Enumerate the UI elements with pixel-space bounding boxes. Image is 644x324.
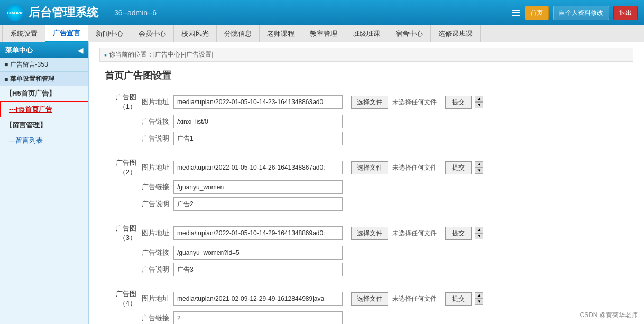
ad1-link-row: 广告链接 (99, 115, 633, 128)
ad2-image-input[interactable] (173, 161, 343, 174)
nav-item-sushezhongxin[interactable]: 宿舍中心 (388, 25, 431, 42)
top-bar-left: COMPANY 后台管理系统 36--admin--6 (6, 4, 157, 21)
sidebar-header: 菜单中心 ◀ (0, 42, 88, 58)
ad1-spinner-down[interactable]: ▼ (475, 102, 483, 108)
ad3-file-label: 未选择任何文件 (392, 229, 437, 238)
ad2-link-fieldlabel: 广告链接 (142, 182, 173, 192)
main-layout: 菜单中心 ◀ ■ 广告留言-353 ■ 菜单设置和管理 【H5首页广告】 ---… (0, 42, 644, 324)
sidebar-group-liuyan: 【留言管理】 (0, 117, 88, 133)
ad2-label: 广告图（2） (99, 158, 142, 177)
ad1-spinner-up[interactable]: ▲ (475, 96, 483, 102)
ad4-label: 广告图（4） (99, 289, 142, 308)
nav-item-fenyuanxinxi[interactable]: 分院信息 (217, 25, 260, 42)
ad2-desc-row: 广告说明 (99, 197, 633, 211)
ad3-spinner-up[interactable]: ▲ (475, 227, 483, 233)
sidebar-item-liuyanlb[interactable]: ---留言列表 (0, 133, 88, 148)
ad-block-2: 广告图（2） 图片地址 选择文件 未选择任何文件 提交 ▲ ▼ 广告链接 (99, 158, 633, 211)
ad3-link-row: 广告链接 (99, 246, 633, 260)
breadcrumb-icon: ▪ (104, 51, 107, 59)
ad1-image-fieldlabel: 图片地址 (142, 97, 173, 107)
nav-item-xinwenzhongxin[interactable]: 新闻中心 (88, 25, 131, 42)
ad3-desc-row: 广告说明 (99, 263, 633, 276)
ad1-link-input[interactable] (173, 115, 343, 128)
ad1-file-button[interactable]: 选择文件 (351, 96, 388, 109)
logout-button[interactable]: 退出 (613, 6, 638, 20)
ad3-spinner: ▲ ▼ (475, 227, 483, 239)
top-bar-right: 首页 自个人资料修改 退出 (512, 6, 638, 20)
ad4-spinner: ▲ ▼ (475, 292, 483, 305)
ad3-file-button[interactable]: 选择文件 (351, 227, 388, 240)
ad1-spinner: ▲ ▼ (475, 96, 483, 108)
nav-item-huiyuanzhongxin[interactable]: 会员中心 (131, 25, 174, 42)
sidebar-section-title: ■ 菜单设置和管理 (0, 72, 88, 86)
ad1-submit-button[interactable]: 提交 (445, 96, 472, 109)
breadcrumb-text: 你当前的位置：[广告中心]-[广告设置] (109, 50, 213, 59)
ad1-desc-input[interactable] (173, 132, 343, 145)
ad1-file-group: 选择文件 未选择任何文件 (351, 96, 437, 109)
ad2-spinner-up[interactable]: ▲ (475, 161, 483, 168)
nav-item-banjibanke[interactable]: 班级班课 (345, 25, 388, 42)
sidebar-push-icon[interactable]: ◀ (78, 47, 83, 54)
home-button[interactable]: 首页 (525, 6, 549, 20)
ad4-spinner-down[interactable]: ▼ (475, 299, 483, 305)
ad3-image-row: 广告图（3） 图片地址 选择文件 未选择任何文件 提交 ▲ ▼ (99, 224, 633, 243)
profile-button[interactable]: 自个人资料修改 (553, 6, 609, 20)
ad2-image-fieldlabel: 图片地址 (142, 163, 173, 172)
ad1-link-fieldlabel: 广告链接 (142, 117, 173, 126)
ad2-file-button[interactable]: 选择文件 (351, 161, 388, 174)
sidebar-badge-row: ■ 广告留言-353 (0, 58, 88, 72)
company-logo: COMPANY (6, 4, 23, 21)
ad4-file-group: 选择文件 未选择任何文件 (351, 292, 437, 306)
nav-item-guanggaozhuyan[interactable]: 广告置言 (45, 25, 88, 42)
ad2-spinner: ▲ ▼ (475, 161, 483, 174)
ad4-link-row: 广告链接 (99, 311, 633, 324)
ad2-link-input[interactable] (173, 180, 343, 194)
ad4-image-input[interactable] (173, 292, 343, 306)
app-title: 后台管理系统 (29, 5, 98, 21)
ad2-file-group: 选择文件 未选择任何文件 (351, 161, 437, 174)
sidebar-item-h5ad[interactable]: ---H5首页广告 (0, 101, 88, 117)
ad2-image-row: 广告图（2） 图片地址 选择文件 未选择任何文件 提交 ▲ ▼ (99, 158, 633, 177)
ad1-file-label: 未选择任何文件 (392, 98, 437, 107)
nav-item-xiaoyuanfengguang[interactable]: 校园风光 (174, 25, 217, 42)
section-label: 菜单设置和管理 (10, 75, 54, 84)
ad2-submit-button[interactable]: 提交 (445, 161, 472, 174)
nav-item-jiaoshiguanli[interactable]: 教室管理 (302, 25, 345, 42)
ad2-desc-fieldlabel: 广告说明 (142, 199, 173, 209)
nav-item-xuanxiukebanke[interactable]: 选修课班课 (431, 25, 481, 42)
main-content: ▪ 你当前的位置：[广告中心]-[广告设置] 首页广告图设置 广告图（1） 图片… (89, 42, 644, 324)
sidebar-header-label: 菜单中心 (5, 45, 33, 55)
ad4-image-fieldlabel: 图片地址 (142, 294, 173, 303)
sidebar-group-h5: 【H5首页广告】 (0, 86, 88, 101)
nav-item-xitongshezhi[interactable]: 系统设置 (2, 25, 45, 42)
nav-bar: 系统设置 广告置言 新闻中心 会员中心 校园风光 分院信息 老师课程 教室管理 … (0, 25, 644, 42)
ad2-link-row: 广告链接 (99, 180, 633, 194)
breadcrumb: ▪ 你当前的位置：[广告中心]-[广告设置] (99, 48, 633, 62)
ad4-link-fieldlabel: 广告链接 (142, 313, 173, 323)
ad1-desc-row: 广告说明 (99, 132, 633, 145)
ad3-image-input[interactable] (173, 226, 343, 240)
watermark: CSDN @黄菊华老师 (579, 311, 638, 320)
ad-block-4: 广告图（4） 图片地址 选择文件 未选择任何文件 提交 ▲ ▼ 广告链接 (99, 289, 633, 324)
ad3-link-input[interactable] (173, 246, 343, 260)
menu-lines-icon[interactable] (512, 10, 520, 16)
ad4-submit-button[interactable]: 提交 (445, 292, 472, 306)
ad1-image-row: 广告图（1） 图片地址 选择文件 未选择任何文件 提交 ▲ ▼ (99, 92, 633, 112)
nav-item-laoshikecheng[interactable]: 老师课程 (260, 25, 302, 42)
ad4-spinner-up[interactable]: ▲ (475, 292, 483, 299)
ad3-link-fieldlabel: 广告链接 (142, 248, 173, 257)
ad1-label: 广告图（1） (99, 92, 142, 112)
ad4-file-button[interactable]: 选择文件 (351, 292, 388, 306)
ad3-label: 广告图（3） (99, 224, 142, 243)
ad1-image-input[interactable] (173, 95, 343, 109)
ad3-file-group: 选择文件 未选择任何文件 (351, 227, 437, 240)
ad3-image-fieldlabel: 图片地址 (142, 228, 173, 238)
ad4-link-input[interactable] (173, 311, 343, 324)
ad2-desc-input[interactable] (173, 197, 343, 211)
ad2-spinner-down[interactable]: ▼ (475, 168, 483, 174)
ad3-desc-input[interactable] (173, 263, 343, 276)
ad2-file-label: 未选择任何文件 (392, 163, 437, 172)
ad3-spinner-down[interactable]: ▼ (475, 233, 483, 239)
section-icon: ■ (4, 76, 8, 83)
ad3-submit-button[interactable]: 提交 (445, 227, 472, 240)
